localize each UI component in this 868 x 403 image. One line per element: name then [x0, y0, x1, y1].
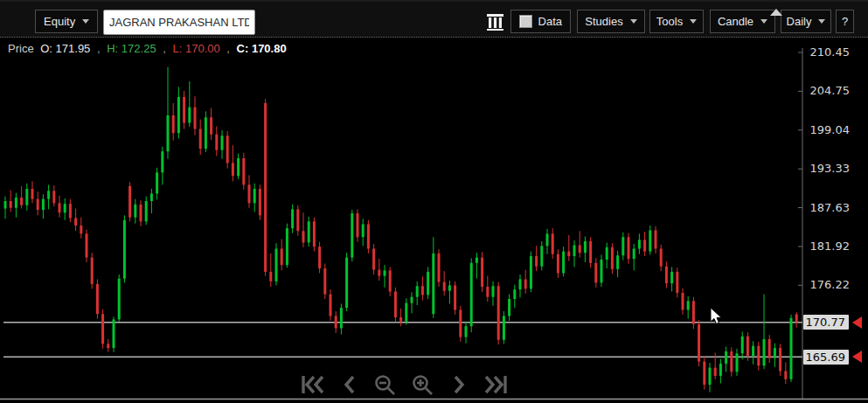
- candle-body: [323, 268, 326, 295]
- candle-body: [59, 203, 61, 212]
- candle-body: [790, 318, 793, 379]
- candle-body: [161, 151, 163, 172]
- pan-left-button[interactable]: [340, 374, 359, 395]
- skip-to-start-button[interactable]: [301, 374, 325, 395]
- candle-body: [226, 135, 229, 163]
- candle-body: [687, 301, 690, 309]
- candle-body: [573, 246, 576, 256]
- candlestick-chart[interactable]: [0, 0, 868, 403]
- candle-body: [557, 254, 559, 274]
- candle-body: [286, 228, 288, 265]
- candle-body: [730, 351, 733, 372]
- charting-app: Equity Data Studies Tools Ca: [0, 0, 868, 403]
- skip-to-end-button[interactable]: [483, 374, 508, 395]
- candle-body: [330, 295, 332, 316]
- candle-body: [291, 209, 294, 228]
- candle-body: [714, 368, 717, 376]
- candle-body: [692, 301, 695, 323]
- candle-body: [199, 129, 202, 149]
- candle-body: [205, 117, 207, 149]
- candle-body: [741, 337, 744, 353]
- candle-body: [113, 319, 115, 348]
- candle-body: [318, 247, 321, 268]
- candle-body: [335, 316, 337, 328]
- candle-body: [660, 248, 663, 266]
- candle-body: [118, 279, 121, 320]
- candle-body: [638, 240, 641, 248]
- candle-body: [552, 233, 554, 254]
- candle-body: [616, 255, 619, 269]
- candle-body: [52, 191, 55, 203]
- candle-body: [367, 224, 370, 248]
- candle-body: [476, 258, 478, 263]
- candle-body: [589, 241, 592, 263]
- y-axis-label: 187.63: [802, 201, 850, 214]
- candle-body: [698, 324, 700, 362]
- candle-body: [736, 353, 739, 372]
- candle-body: [492, 286, 495, 296]
- candle-body: [774, 348, 776, 358]
- candle-body: [150, 193, 153, 201]
- candle-body: [519, 279, 522, 289]
- candle-body: [606, 247, 608, 260]
- candle-body: [194, 108, 197, 129]
- y-axis-label: 181.92: [802, 240, 850, 253]
- candle-body: [399, 317, 402, 322]
- candle-body: [621, 237, 624, 255]
- candle-body: [784, 371, 787, 379]
- candle-body: [96, 284, 99, 314]
- candle-body: [757, 346, 760, 366]
- candle-body: [107, 344, 109, 348]
- candle-body: [411, 297, 413, 303]
- candle-body: [378, 270, 380, 276]
- candle-body: [530, 256, 532, 288]
- candle-body: [275, 248, 278, 281]
- candle-body: [567, 252, 570, 256]
- candle-body: [253, 189, 256, 203]
- candle-body: [183, 97, 185, 123]
- candle-body: [188, 108, 191, 123]
- pan-right-button[interactable]: [449, 374, 469, 395]
- candle-body: [649, 230, 651, 251]
- candle-body: [628, 237, 630, 259]
- candle-body: [459, 309, 462, 337]
- candle-body: [37, 199, 39, 210]
- candle-body: [394, 291, 397, 317]
- zoom-in-button[interactable]: [412, 374, 434, 397]
- y-axis-label: 210.45: [802, 45, 850, 59]
- candle-body: [177, 97, 180, 133]
- candle-body: [779, 348, 781, 371]
- candle-body: [384, 270, 386, 275]
- price-marker-arrow-icon: [852, 316, 862, 329]
- candle-body: [232, 163, 234, 176]
- candle-body: [497, 286, 500, 339]
- candle-body: [269, 272, 272, 281]
- candle-body: [4, 201, 7, 209]
- candle-body: [47, 191, 50, 198]
- candle-body: [221, 135, 224, 149]
- candle-body: [215, 135, 218, 150]
- candle-body: [405, 303, 407, 322]
- candle-body: [302, 231, 305, 242]
- candle-body: [454, 285, 456, 309]
- candle-body: [540, 246, 543, 266]
- candle-body: [345, 258, 348, 309]
- price-marker-badge[interactable]: 170.77: [803, 315, 849, 330]
- candle-body: [362, 224, 365, 237]
- candle-body: [655, 230, 657, 248]
- candle-body: [308, 221, 310, 242]
- candle-body: [140, 205, 142, 221]
- candle-body: [752, 346, 754, 357]
- candle-body: [438, 254, 441, 282]
- candle-body: [524, 279, 527, 288]
- candle-body: [584, 241, 587, 253]
- zoom-out-button[interactable]: [374, 374, 397, 397]
- candle-body: [74, 218, 77, 226]
- candle-body: [259, 189, 261, 215]
- candle-body: [448, 285, 451, 290]
- candle-body: [69, 204, 72, 218]
- candle-body: [340, 308, 343, 328]
- candle-body: [676, 272, 678, 293]
- candle-body: [486, 287, 489, 297]
- price-marker-badge[interactable]: 165.69: [803, 350, 849, 365]
